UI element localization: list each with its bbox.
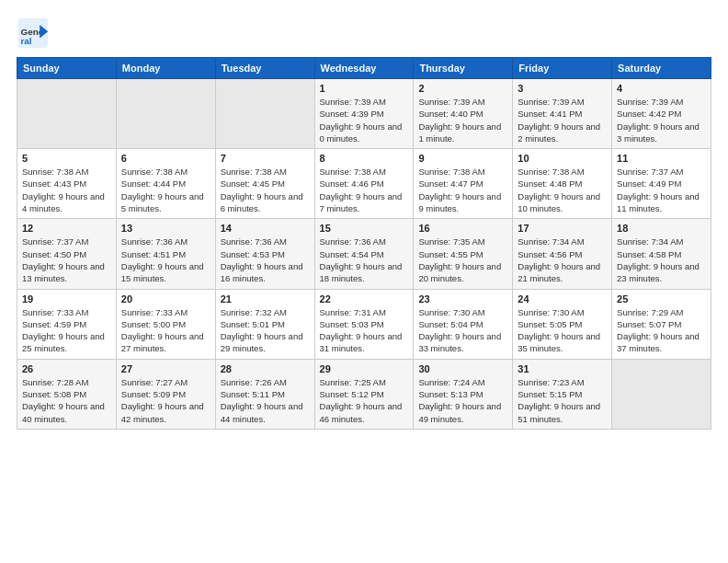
calendar-cell: 27Sunrise: 7:27 AMSunset: 5:09 PMDayligh… — [116, 359, 215, 429]
calendar-cell: 29Sunrise: 7:25 AMSunset: 5:12 PMDayligh… — [314, 359, 414, 429]
calendar-cell — [116, 79, 215, 149]
day-info: Sunrise: 7:31 AMSunset: 5:03 PMDaylight:… — [320, 306, 409, 355]
weekday-header: Sunday — [17, 58, 117, 79]
calendar-cell: 7Sunrise: 7:38 AMSunset: 4:45 PMDaylight… — [215, 149, 314, 219]
day-number: 12 — [22, 223, 111, 234]
calendar-cell: 28Sunrise: 7:26 AMSunset: 5:11 PMDayligh… — [215, 359, 314, 429]
day-number: 23 — [418, 293, 507, 304]
calendar-cell: 14Sunrise: 7:36 AMSunset: 4:53 PMDayligh… — [215, 219, 314, 289]
day-info: Sunrise: 7:34 AMSunset: 4:56 PMDaylight:… — [518, 236, 607, 284]
day-info: Sunrise: 7:35 AMSunset: 4:55 PMDaylight:… — [418, 236, 507, 284]
weekday-header: Wednesday — [314, 58, 414, 79]
day-info: Sunrise: 7:25 AMSunset: 5:12 PMDaylight:… — [320, 376, 409, 425]
day-info: Sunrise: 7:38 AMSunset: 4:48 PMDaylight:… — [518, 166, 607, 214]
page: Gene ral SundayMondayTuesdayWednesdayThu… — [0, 0, 728, 563]
day-info: Sunrise: 7:37 AMSunset: 4:50 PMDaylight:… — [22, 236, 111, 284]
day-info: Sunrise: 7:29 AMSunset: 5:07 PMDaylight:… — [617, 306, 706, 355]
calendar-cell: 16Sunrise: 7:35 AMSunset: 4:55 PMDayligh… — [414, 219, 513, 289]
calendar-cell: 24Sunrise: 7:30 AMSunset: 5:05 PMDayligh… — [513, 289, 612, 359]
calendar-cell — [215, 79, 314, 149]
day-number: 4 — [617, 83, 706, 94]
weekday-header: Tuesday — [215, 58, 314, 79]
day-number: 5 — [22, 153, 111, 164]
calendar-cell: 20Sunrise: 7:33 AMSunset: 5:00 PMDayligh… — [116, 289, 215, 359]
day-info: Sunrise: 7:36 AMSunset: 4:53 PMDaylight:… — [221, 236, 310, 284]
calendar-header-row: SundayMondayTuesdayWednesdayThursdayFrid… — [17, 58, 711, 79]
day-number: 25 — [617, 293, 706, 304]
calendar-cell: 22Sunrise: 7:31 AMSunset: 5:03 PMDayligh… — [314, 289, 414, 359]
day-number: 19 — [22, 293, 111, 304]
day-info: Sunrise: 7:24 AMSunset: 5:13 PMDaylight:… — [418, 376, 507, 425]
day-info: Sunrise: 7:32 AMSunset: 5:01 PMDaylight:… — [221, 306, 310, 355]
calendar-cell: 17Sunrise: 7:34 AMSunset: 4:56 PMDayligh… — [513, 219, 612, 289]
day-info: Sunrise: 7:23 AMSunset: 5:15 PMDaylight:… — [518, 376, 607, 425]
calendar-cell: 6Sunrise: 7:38 AMSunset: 4:44 PMDaylight… — [116, 149, 215, 219]
day-number: 22 — [320, 293, 409, 304]
calendar-cell: 3Sunrise: 7:39 AMSunset: 4:41 PMDaylight… — [513, 79, 612, 149]
day-info: Sunrise: 7:39 AMSunset: 4:39 PMDaylight:… — [320, 96, 409, 144]
calendar-cell: 10Sunrise: 7:38 AMSunset: 4:48 PMDayligh… — [513, 149, 612, 219]
day-info: Sunrise: 7:38 AMSunset: 4:45 PMDaylight:… — [221, 166, 310, 214]
day-number: 29 — [320, 363, 409, 374]
day-number: 8 — [320, 153, 409, 164]
day-info: Sunrise: 7:27 AMSunset: 5:09 PMDaylight:… — [121, 376, 210, 425]
day-info: Sunrise: 7:38 AMSunset: 4:46 PMDaylight:… — [320, 166, 409, 214]
calendar-cell: 11Sunrise: 7:37 AMSunset: 4:49 PMDayligh… — [612, 149, 711, 219]
calendar-cell: 19Sunrise: 7:33 AMSunset: 4:59 PMDayligh… — [17, 289, 117, 359]
calendar-cell: 18Sunrise: 7:34 AMSunset: 4:58 PMDayligh… — [612, 219, 711, 289]
day-number: 27 — [121, 363, 210, 374]
day-info: Sunrise: 7:30 AMSunset: 5:04 PMDaylight:… — [418, 306, 507, 355]
day-info: Sunrise: 7:36 AMSunset: 4:51 PMDaylight:… — [121, 236, 210, 284]
day-info: Sunrise: 7:39 AMSunset: 4:41 PMDaylight:… — [518, 96, 607, 144]
day-number: 6 — [121, 153, 210, 164]
calendar-cell: 5Sunrise: 7:38 AMSunset: 4:43 PMDaylight… — [17, 149, 117, 219]
day-number: 3 — [518, 83, 607, 94]
calendar-cell: 21Sunrise: 7:32 AMSunset: 5:01 PMDayligh… — [215, 289, 314, 359]
day-info: Sunrise: 7:39 AMSunset: 4:42 PMDaylight:… — [617, 96, 706, 144]
calendar-cell: 26Sunrise: 7:28 AMSunset: 5:08 PMDayligh… — [17, 359, 117, 429]
calendar-cell: 12Sunrise: 7:37 AMSunset: 4:50 PMDayligh… — [17, 219, 117, 289]
calendar-cell: 8Sunrise: 7:38 AMSunset: 4:46 PMDaylight… — [314, 149, 414, 219]
day-number: 15 — [320, 223, 409, 234]
weekday-header: Thursday — [414, 58, 513, 79]
day-info: Sunrise: 7:37 AMSunset: 4:49 PMDaylight:… — [617, 166, 706, 214]
day-info: Sunrise: 7:36 AMSunset: 4:54 PMDaylight:… — [320, 236, 409, 284]
calendar-cell: 4Sunrise: 7:39 AMSunset: 4:42 PMDaylight… — [612, 79, 711, 149]
day-number: 10 — [518, 153, 607, 164]
calendar-week-row: 19Sunrise: 7:33 AMSunset: 4:59 PMDayligh… — [17, 289, 711, 359]
day-number: 7 — [221, 153, 310, 164]
calendar-cell: 15Sunrise: 7:36 AMSunset: 4:54 PMDayligh… — [314, 219, 414, 289]
day-number: 26 — [22, 363, 111, 374]
calendar-cell — [17, 79, 117, 149]
day-info: Sunrise: 7:33 AMSunset: 4:59 PMDaylight:… — [22, 306, 111, 355]
calendar-cell: 25Sunrise: 7:29 AMSunset: 5:07 PMDayligh… — [612, 289, 711, 359]
day-info: Sunrise: 7:38 AMSunset: 4:44 PMDaylight:… — [121, 166, 210, 214]
weekday-header: Friday — [513, 58, 612, 79]
calendar-cell: 31Sunrise: 7:23 AMSunset: 5:15 PMDayligh… — [513, 359, 612, 429]
day-info: Sunrise: 7:28 AMSunset: 5:08 PMDaylight:… — [22, 376, 111, 425]
day-number: 13 — [121, 223, 210, 234]
day-number: 31 — [518, 363, 607, 374]
weekday-header: Saturday — [612, 58, 711, 79]
header: Gene ral — [17, 17, 711, 50]
day-number: 18 — [617, 223, 706, 234]
logo-icon: Gene ral — [17, 17, 50, 50]
day-info: Sunrise: 7:34 AMSunset: 4:58 PMDaylight:… — [617, 236, 706, 284]
day-info: Sunrise: 7:30 AMSunset: 5:05 PMDaylight:… — [518, 306, 607, 355]
calendar-cell: 9Sunrise: 7:38 AMSunset: 4:47 PMDaylight… — [414, 149, 513, 219]
calendar-cell: 30Sunrise: 7:24 AMSunset: 5:13 PMDayligh… — [414, 359, 513, 429]
calendar-week-row: 12Sunrise: 7:37 AMSunset: 4:50 PMDayligh… — [17, 219, 711, 289]
day-number: 11 — [617, 153, 706, 164]
day-number: 30 — [418, 363, 507, 374]
day-info: Sunrise: 7:26 AMSunset: 5:11 PMDaylight:… — [221, 376, 310, 425]
calendar-week-row: 26Sunrise: 7:28 AMSunset: 5:08 PMDayligh… — [17, 359, 711, 429]
day-info: Sunrise: 7:38 AMSunset: 4:43 PMDaylight:… — [22, 166, 111, 214]
day-number: 24 — [518, 293, 607, 304]
calendar-cell: 2Sunrise: 7:39 AMSunset: 4:40 PMDaylight… — [414, 79, 513, 149]
day-number: 20 — [121, 293, 210, 304]
day-number: 2 — [418, 83, 507, 94]
calendar-cell: 13Sunrise: 7:36 AMSunset: 4:51 PMDayligh… — [116, 219, 215, 289]
weekday-header: Monday — [116, 58, 215, 79]
day-info: Sunrise: 7:38 AMSunset: 4:47 PMDaylight:… — [418, 166, 507, 214]
day-number: 28 — [221, 363, 310, 374]
